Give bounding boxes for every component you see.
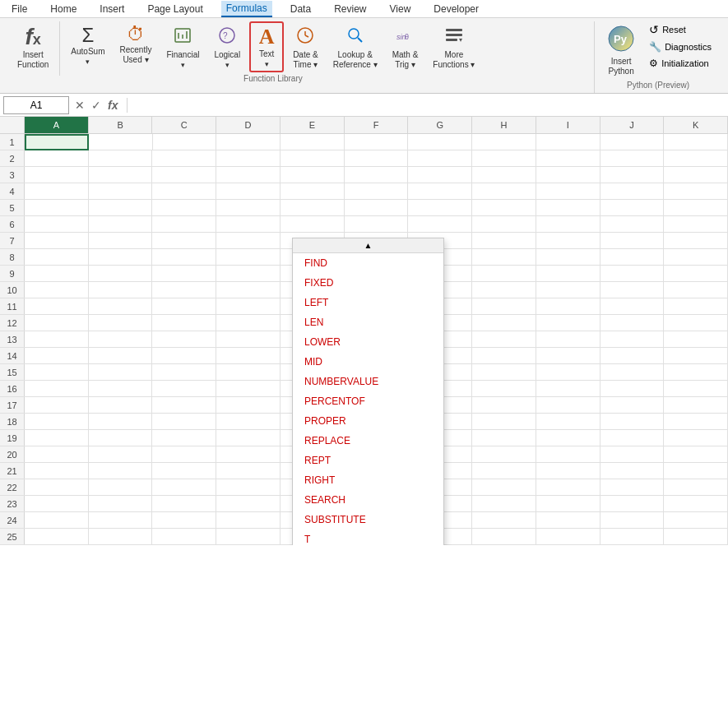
cell-h14[interactable]	[472, 348, 536, 364]
cell-j17[interactable]	[600, 397, 665, 414]
cell-k24[interactable]	[664, 512, 728, 529]
cell-b16[interactable]	[89, 381, 153, 397]
cell-d1[interactable]	[216, 134, 281, 150]
menu-file[interactable]: File	[7, 2, 32, 16]
cancel-formula-icon[interactable]: ✕	[72, 99, 87, 112]
cell-e3[interactable]	[281, 167, 345, 183]
dropdown-item-find[interactable]: FIND	[293, 253, 443, 273]
cell-d15[interactable]	[216, 364, 281, 381]
cell-i1[interactable]	[536, 134, 600, 150]
cell-h17[interactable]	[472, 397, 536, 414]
col-header-j[interactable]: J	[600, 117, 665, 133]
cell-g5[interactable]	[408, 200, 472, 216]
cell-b10[interactable]	[89, 282, 153, 298]
cell-a21[interactable]	[25, 463, 89, 479]
cell-k23[interactable]	[664, 496, 728, 512]
cell-f4[interactable]	[345, 183, 409, 200]
cell-a2[interactable]	[25, 150, 89, 167]
insert-function-button[interactable]: fx InsertFunction	[12, 21, 54, 72]
cell-j13[interactable]	[600, 331, 665, 348]
cell-a4[interactable]	[25, 183, 89, 200]
cell-a16[interactable]	[25, 381, 89, 397]
insert-python-button[interactable]: Py InsertPython	[601, 21, 641, 79]
cell-c8[interactable]	[152, 249, 216, 266]
col-header-i[interactable]: I	[536, 117, 600, 133]
cell-f1[interactable]	[345, 134, 409, 150]
cell-f5[interactable]	[345, 200, 409, 216]
cell-d24[interactable]	[216, 512, 281, 529]
cell-b22[interactable]	[89, 479, 153, 496]
cell-a18[interactable]	[25, 414, 89, 430]
cell-k25[interactable]	[664, 529, 728, 545]
cell-a11[interactable]	[25, 298, 89, 315]
col-header-g[interactable]: G	[408, 117, 472, 133]
cell-h21[interactable]	[472, 463, 536, 479]
logical-button[interactable]: ? Logical▾	[208, 21, 246, 72]
cell-d7[interactable]	[216, 233, 281, 249]
cell-g6[interactable]	[408, 216, 472, 233]
cell-d18[interactable]	[216, 414, 281, 430]
cell-e6[interactable]	[281, 216, 345, 233]
cell-d16[interactable]	[216, 381, 281, 397]
reset-button[interactable]: ↺ Reset	[646, 21, 715, 38]
cell-i18[interactable]	[536, 414, 600, 430]
cell-b23[interactable]	[89, 496, 153, 512]
cell-f3[interactable]	[345, 167, 409, 183]
cell-b7[interactable]	[89, 233, 153, 249]
cell-k18[interactable]	[664, 414, 728, 430]
cell-j9[interactable]	[600, 266, 665, 282]
menu-developer[interactable]: Developer	[429, 2, 484, 16]
cell-j5[interactable]	[600, 200, 665, 216]
cell-b8[interactable]	[89, 249, 153, 266]
dropdown-item-lower[interactable]: LOWER	[293, 332, 443, 352]
dropdown-item-left[interactable]: LEFT	[293, 293, 443, 312]
cell-k19[interactable]	[664, 430, 728, 446]
dropdown-item-numbervalue[interactable]: NUMBERVALUE	[293, 372, 443, 391]
cell-c6[interactable]	[152, 216, 216, 233]
col-header-d[interactable]: D	[216, 117, 281, 133]
dropdown-item-mid[interactable]: MID	[293, 352, 443, 372]
cell-h10[interactable]	[472, 282, 536, 298]
cell-i24[interactable]	[536, 512, 600, 529]
col-header-b[interactable]: B	[89, 117, 153, 133]
cell-d19[interactable]	[216, 430, 281, 446]
cell-i3[interactable]	[536, 167, 600, 183]
diagnostics-button[interactable]: 🔧 Diagnostics	[646, 39, 715, 54]
cell-j10[interactable]	[600, 282, 665, 298]
cell-d22[interactable]	[216, 479, 281, 496]
cell-a10[interactable]	[25, 282, 89, 298]
cell-c22[interactable]	[152, 479, 216, 496]
cell-a22[interactable]	[25, 479, 89, 496]
cell-j14[interactable]	[600, 348, 665, 364]
cell-a15[interactable]	[25, 364, 89, 381]
cell-i15[interactable]	[536, 364, 600, 381]
cell-j7[interactable]	[600, 233, 665, 249]
cell-f2[interactable]	[345, 150, 409, 167]
cell-h1[interactable]	[472, 134, 536, 150]
cell-a20[interactable]	[25, 446, 89, 463]
cell-d14[interactable]	[216, 348, 281, 364]
cell-j20[interactable]	[600, 446, 665, 463]
scroll-up-button[interactable]: ▲	[293, 238, 443, 253]
cell-a19[interactable]	[25, 430, 89, 446]
cell-e2[interactable]	[281, 150, 345, 167]
cell-c3[interactable]	[152, 167, 216, 183]
cell-h3[interactable]	[472, 167, 536, 183]
cell-g2[interactable]	[408, 150, 472, 167]
cell-c21[interactable]	[152, 463, 216, 479]
menu-home[interactable]: Home	[45, 2, 81, 16]
cell-c16[interactable]	[152, 381, 216, 397]
cell-i13[interactable]	[536, 331, 600, 348]
cell-f6[interactable]	[345, 216, 409, 233]
cell-d25[interactable]	[216, 529, 281, 545]
cell-h13[interactable]	[472, 331, 536, 348]
cell-d5[interactable]	[216, 200, 281, 216]
cell-c17[interactable]	[152, 397, 216, 414]
dropdown-item-t[interactable]: T	[293, 530, 443, 545]
cell-c12[interactable]	[152, 315, 216, 331]
menu-insert[interactable]: Insert	[95, 2, 129, 16]
cell-i11[interactable]	[536, 298, 600, 315]
cell-b19[interactable]	[89, 430, 153, 446]
cell-j11[interactable]	[600, 298, 665, 315]
cell-k10[interactable]	[664, 282, 728, 298]
